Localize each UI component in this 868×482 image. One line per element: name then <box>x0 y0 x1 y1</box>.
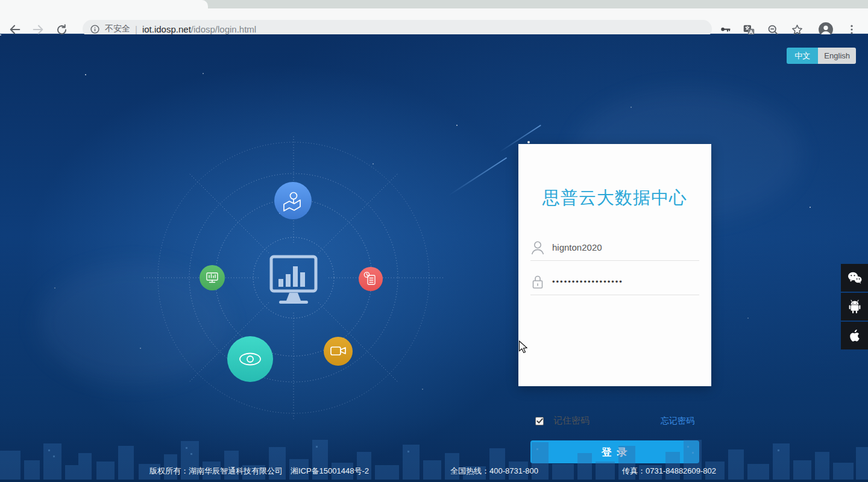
login-page: 中文 English <box>0 34 868 482</box>
dashboard-monitor-icon <box>271 257 316 304</box>
copyright-text: 版权所有：湖南华辰智通科技有限公司 湘ICP备15001448号-2 <box>108 466 410 477</box>
login-title: 思普云大数据中心 <box>518 186 711 210</box>
browser-toolbar: 不安全 | iot.idosp.net/idosp/login.html <box>0 8 868 34</box>
fax-text: 传真：0731-84882609-802 <box>594 466 744 477</box>
password-input[interactable]: •••••••••••••••••• <box>552 277 623 286</box>
browser-tab-strip <box>0 0 868 8</box>
remember-checkbox[interactable] <box>535 417 544 425</box>
social-sidebar <box>841 264 868 351</box>
video-camera-satellite <box>324 337 353 366</box>
screen: 不安全 | iot.idosp.net/idosp/login.html <box>0 0 868 482</box>
lang-english-button[interactable]: English <box>818 48 856 64</box>
apple-icon <box>848 328 861 343</box>
android-button[interactable] <box>841 293 868 321</box>
username-field-row <box>530 234 699 261</box>
wechat-button[interactable] <box>841 264 868 292</box>
report-clock-satellite <box>359 267 383 291</box>
login-card: 思普云大数据中心 •••••••••••••••••• 记住密码 忘记密码 <box>518 144 711 386</box>
username-input[interactable] <box>552 242 691 252</box>
bottom-strip <box>0 480 868 482</box>
map-pin-satellite <box>274 182 312 219</box>
check-icon <box>536 418 543 424</box>
mouse-cursor <box>518 340 529 355</box>
url-host: iot.idosp.net <box>142 24 191 34</box>
active-tab[interactable] <box>0 0 208 8</box>
url-separator: | <box>135 24 137 34</box>
password-field-row: •••••••••••••••••• <box>530 269 699 295</box>
orbit-graphic <box>143 127 444 428</box>
android-icon <box>848 299 861 314</box>
remember-row: 记住密码 忘记密码 <box>535 415 694 427</box>
apple-button[interactable] <box>841 322 868 349</box>
user-icon <box>530 240 545 255</box>
remember-label: 记住密码 <box>553 415 590 427</box>
forgot-password-link[interactable]: 忘记密码 <box>661 416 694 427</box>
monitor-chart-satellite <box>200 265 225 290</box>
wechat-icon <box>847 271 863 285</box>
security-label: 不安全 <box>105 23 130 34</box>
eye-satellite <box>227 336 273 382</box>
page-footer: 版权所有：湖南华辰智通科技有限公司 湘ICP备15001448号-2 全国热线：… <box>0 466 868 477</box>
info-icon[interactable] <box>90 24 100 34</box>
streak-decoration <box>448 157 508 196</box>
stars-decoration <box>0 34 1 36</box>
language-toggle: 中文 English <box>787 48 856 64</box>
url-path: /idosp/login.html <box>191 24 256 34</box>
hotline-text: 全国热线：400-8731-800 <box>422 466 567 477</box>
lang-chinese-button[interactable]: 中文 <box>787 48 818 64</box>
lock-icon <box>530 274 545 290</box>
